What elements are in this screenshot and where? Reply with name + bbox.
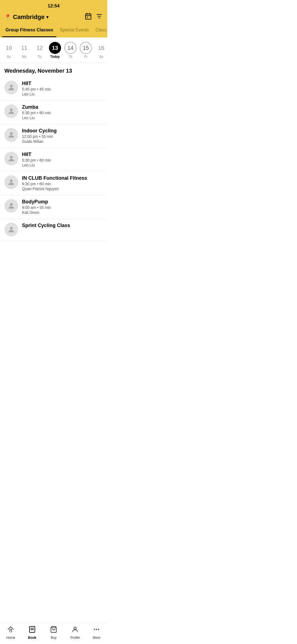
date-item-sat[interactable]: 16 Sa (94, 40, 107, 60)
svg-point-12 (10, 179, 13, 182)
svg-point-8 (10, 85, 13, 88)
content-area: Wednesday, November 13 HIIT 5:45 pm • 45… (0, 63, 107, 263)
class-instructor: Leo Liu (22, 92, 51, 96)
class-instructor: Guido Milian (22, 139, 57, 144)
date-num-14: 14 (64, 42, 76, 54)
class-instructor: Leo Liu (22, 116, 51, 120)
class-instructor: Quan-Patrick Nguyen (22, 187, 87, 191)
avatar (4, 152, 18, 165)
svg-point-11 (10, 156, 13, 159)
class-instructor: Leo Liu (22, 163, 51, 167)
svg-point-14 (10, 227, 13, 230)
avatar (4, 175, 18, 189)
date-label-today: Today (50, 55, 60, 59)
avatar (4, 199, 18, 213)
svg-point-13 (10, 203, 13, 206)
date-num-13: 13 (49, 42, 61, 54)
header: 📍 Cambridge ▾ (0, 10, 107, 25)
class-name: HIIT (22, 81, 51, 86)
svg-rect-0 (86, 14, 91, 19)
list-item[interactable]: IN CLUB Functional Fitness 6:30 pm • 60 … (0, 171, 107, 195)
calendar-icon-button[interactable] (85, 13, 92, 21)
list-item[interactable]: HIIT 5:45 pm • 45 min Leo Liu (0, 77, 107, 100)
class-time: 9:00 am • 55 min (22, 205, 51, 210)
avatar (4, 128, 18, 142)
list-item[interactable]: Indoor Cycling 12:00 pm • 55 min Guido M… (0, 124, 107, 148)
date-item-sun[interactable]: 10 Su (1, 40, 16, 60)
avatar (4, 104, 18, 118)
class-time: 5:30 pm • 60 min (22, 158, 51, 162)
date-num-12: 12 (34, 42, 46, 54)
list-item[interactable]: BodyPump 9:00 am • 55 min Kali Dixon (0, 195, 107, 219)
class-name: BodyPump (22, 199, 51, 205)
filter-icon-button[interactable] (96, 13, 103, 21)
date-item-thu[interactable]: 14 Th (63, 40, 78, 60)
date-num-16: 16 (95, 42, 107, 54)
date-label-sa: Sa (99, 55, 103, 59)
tab-navigation: Group Fitness Classes Special Events Cla… (0, 25, 107, 37)
tab-group-fitness[interactable]: Group Fitness Classes (2, 25, 56, 37)
section-date-header: Wednesday, November 13 (0, 63, 107, 77)
class-list: HIIT 5:45 pm • 45 min Leo Liu Zumba 6:30… (0, 77, 107, 241)
date-label-tu: Tu (38, 55, 42, 59)
class-time: 12:00 pm • 55 min (22, 134, 57, 139)
date-label-fr: Fr (84, 55, 87, 59)
class-time: 6:30 pm • 60 min (22, 111, 51, 115)
svg-point-9 (10, 108, 13, 111)
tab-special-events[interactable]: Special Events (56, 25, 92, 37)
header-actions (85, 13, 103, 21)
avatar (4, 81, 18, 94)
date-item-fri[interactable]: 15 Fr (78, 40, 94, 60)
date-num-11: 11 (18, 42, 30, 54)
class-instructor: Kali Dixon (22, 210, 51, 215)
date-item-tue[interactable]: 12 Tu (32, 40, 47, 60)
status-time: 12:54 (48, 3, 59, 9)
date-label-su: Su (7, 55, 11, 59)
date-strip: 10 Su 11 Mo 12 Tu 13 Today 14 Th 15 Fr 1… (0, 37, 107, 63)
tab-class[interactable]: Class (92, 25, 107, 37)
list-item[interactable]: Sprint Cycling Class (0, 219, 107, 241)
date-label-mo: Mo (22, 55, 27, 59)
list-item[interactable]: HIIT 5:30 pm • 60 min Leo Liu (0, 148, 107, 171)
location-pin-icon: 📍 (4, 14, 11, 20)
class-name: HIIT (22, 152, 51, 157)
header-location-area[interactable]: 📍 Cambridge ▾ (4, 13, 49, 21)
date-label-th: Th (68, 55, 72, 59)
svg-point-10 (10, 132, 13, 135)
date-item-mon[interactable]: 11 Mo (16, 40, 32, 60)
svg-rect-4 (87, 17, 88, 18)
list-item[interactable]: Zumba 6:30 pm • 60 min Leo Liu (0, 100, 107, 124)
date-item-today[interactable]: 13 Today (47, 40, 63, 60)
date-num-10: 10 (3, 42, 15, 54)
class-name: IN CLUB Functional Fitness (22, 175, 87, 181)
class-time: 5:45 pm • 45 min (22, 87, 51, 91)
chevron-down-icon: ▾ (46, 14, 49, 20)
date-num-15: 15 (80, 42, 92, 54)
class-name: Zumba (22, 104, 51, 110)
class-name: Indoor Cycling (22, 128, 57, 134)
class-time: 6:30 pm • 60 min (22, 182, 87, 186)
status-bar: 12:54 (0, 0, 107, 10)
location-label: Cambridge (13, 13, 45, 21)
avatar (4, 223, 18, 236)
class-name: Sprint Cycling Class (22, 223, 70, 228)
